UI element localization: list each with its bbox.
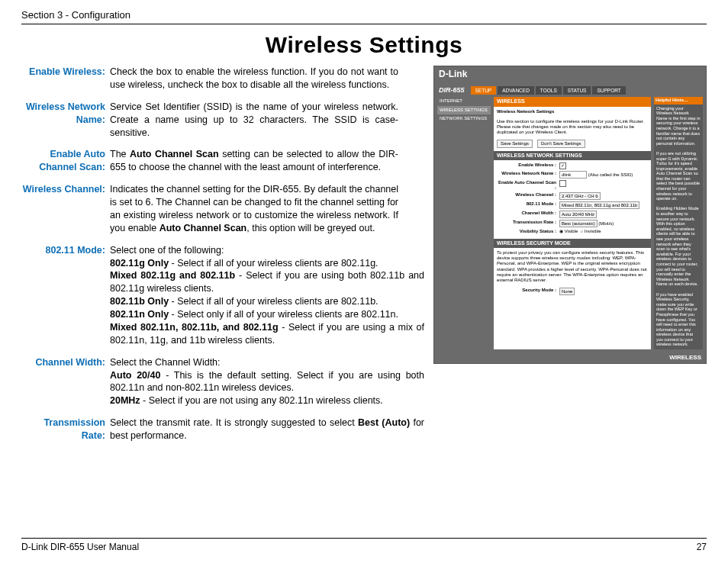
definition-term: Enable Wireless: [21, 66, 110, 92]
form-label: Enable Auto Channel Scan : [497, 180, 559, 191]
main-bar: WIRELESS [494, 97, 651, 106]
auto-channel-checkbox[interactable] [559, 180, 566, 187]
footer-brand: WIRELESS [434, 352, 706, 363]
sidebar-item[interactable]: NETWORK SETTINGS [437, 114, 491, 123]
definition-row: Wireless Channel:Indicates the channel s… [21, 183, 424, 235]
mode-select[interactable]: Mixed 802.11n, 802.11g and 802.11b [559, 201, 639, 209]
sidebar-item[interactable]: WIRELESS SETTINGS [437, 106, 491, 114]
definition-term: Channel Width: [21, 356, 110, 408]
side-nav: INTERNETWIRELESS SETTINGSNETWORK SETTING… [437, 97, 491, 349]
form-label: 802.11 Mode : [497, 201, 559, 209]
ssid-note: (Also called the SSID) [588, 172, 633, 177]
security-mode-select[interactable]: None [559, 288, 575, 295]
form-label: Channel Width : [497, 211, 559, 218]
helpful-hints: Helpful Hints… Changing your Wireless Ne… [654, 97, 703, 349]
definition-row: Channel Width:Select the Channel Width:A… [21, 356, 424, 408]
channel-select[interactable]: 2.437 GHz - CH 6 [559, 192, 601, 200]
footer-left: D-Link DIR-655 User Manual [21, 542, 139, 552]
section-header: Section 3 - Configuration [21, 9, 707, 24]
tab-advanced[interactable]: ADVANCED [498, 86, 534, 95]
definition-desc: The Auto Channel Scan setting can be sel… [110, 148, 398, 174]
tab-setup[interactable]: SETUP [471, 86, 497, 95]
sidebar-item[interactable]: INTERNET [437, 97, 491, 105]
definition-desc: Service Set Identifier (SSID) is the nam… [110, 101, 398, 140]
definition-row: Enable Auto Channel Scan:The Auto Channe… [21, 148, 424, 174]
panel-security-mode: WIRELESS SECURITY MODE [494, 239, 651, 248]
form-label: Wireless Channel : [497, 192, 559, 200]
width-select[interactable]: Auto 20/40 MHz [559, 211, 597, 218]
form-label: Wireless Network Name : [497, 171, 559, 179]
tab-tools[interactable]: TOOLS [536, 86, 562, 95]
tab-support[interactable]: SUPPORT [592, 86, 625, 95]
sub-bar: Wireless Network Settings [494, 107, 651, 117]
model-label: DIR-655 [439, 86, 465, 95]
definition-term: Transmission Rate: [21, 417, 110, 442]
security-mode-label: Security Mode : [497, 288, 559, 295]
trate-select[interactable]: Best (automatic) [559, 220, 598, 227]
visibility-invisible[interactable]: ○ Invisible [581, 229, 601, 233]
tab-status[interactable]: STATUS [563, 86, 591, 95]
trate-note: (Mbit/s) [598, 221, 614, 226]
definition-desc: Select the transmit rate. It is strongly… [110, 417, 424, 442]
definition-row: Enable Wireless:Check the box to enable … [21, 66, 424, 92]
security-intro: To protect your privacy you can configur… [494, 248, 651, 285]
definition-desc: Select the Channel Width:Auto 20/40 - Th… [110, 356, 424, 408]
visibility-visible[interactable]: ◉ Visible [559, 229, 578, 233]
intro-text: Use this section to configure the wirele… [494, 117, 651, 138]
brand-logo: D-Link [434, 66, 706, 82]
panel-wireless-settings: WIRELESS NETWORK SETTINGS [494, 151, 651, 160]
definition-row: Wireless Network Name:Service Set Identi… [21, 101, 424, 140]
dont-save-button[interactable]: Don't Save Settings [537, 140, 585, 148]
definition-desc: Indicates the channel setting for the DI… [110, 183, 398, 235]
definition-desc: Select one of the following:802.11g Only… [110, 244, 424, 347]
enable-wireless-checkbox[interactable]: ✓ [559, 162, 566, 169]
definition-term: Enable Auto Channel Scan: [21, 148, 110, 174]
definition-row: 802.11 Mode:Select one of the following:… [21, 244, 424, 347]
form-label: Visibility Status : [497, 229, 559, 234]
router-ui-screenshot: D-Link DIR-655 SETUPADVANCEDTOOLSSTATUSS… [433, 66, 707, 364]
definition-row: Transmission Rate:Select the transmit ra… [21, 417, 424, 442]
footer-page-number: 27 [697, 542, 707, 552]
form-label: Enable Wireless : [497, 162, 559, 169]
definition-term: Wireless Network Name: [21, 101, 110, 140]
definitions-list: Enable Wireless:Check the box to enable … [21, 66, 424, 452]
save-button[interactable]: Save Settings [497, 140, 533, 148]
definition-term: 802.11 Mode: [21, 244, 110, 347]
definition-term: Wireless Channel: [21, 183, 110, 235]
ssid-input[interactable]: dlink [559, 171, 587, 179]
form-label: Transmission Rate : [497, 220, 559, 227]
definition-desc: Check the box to enable the wireless fun… [110, 66, 398, 92]
page-title: Wireless Settings [21, 32, 707, 58]
